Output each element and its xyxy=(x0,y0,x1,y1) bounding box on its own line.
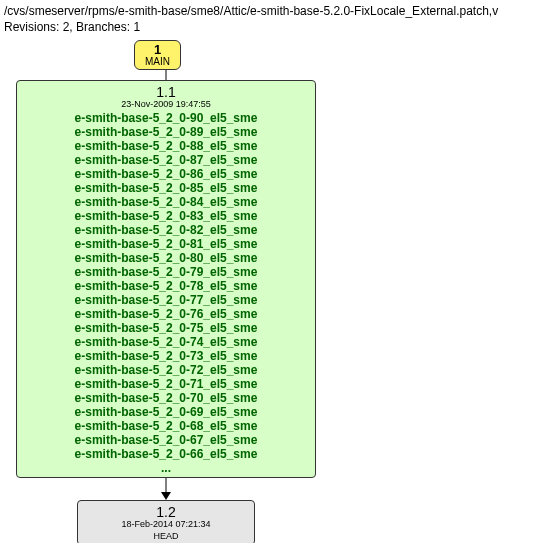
revision-tag: e-smith-base-5_2_0-87_el5_sme xyxy=(23,153,309,167)
connector-arrow xyxy=(16,478,316,500)
revision-tag: e-smith-base-5_2_0-90_el5_sme xyxy=(23,111,309,125)
svg-marker-2 xyxy=(161,492,171,500)
revision-tag: e-smith-base-5_2_0-72_el5_sme xyxy=(23,363,309,377)
revision-tag: e-smith-base-5_2_0-81_el5_sme xyxy=(23,237,309,251)
revision-tag: e-smith-base-5_2_0-75_el5_sme xyxy=(23,321,309,335)
revision-tag: e-smith-base-5_2_0-77_el5_sme xyxy=(23,293,309,307)
revision-tag: e-smith-base-5_2_0-88_el5_sme xyxy=(23,139,309,153)
revision-tag: e-smith-base-5_2_0-71_el5_sme xyxy=(23,377,309,391)
revision-tag: e-smith-base-5_2_0-80_el5_sme xyxy=(23,251,309,265)
revision-tag: e-smith-base-5_2_0-69_el5_sme xyxy=(23,405,309,419)
revision-tag: e-smith-base-5_2_0-67_el5_sme xyxy=(23,433,309,447)
revision-head-label: HEAD xyxy=(84,531,248,542)
revision-tag: e-smith-base-5_2_0-70_el5_sme xyxy=(23,391,309,405)
revision-tag: e-smith-base-5_2_0-73_el5_sme xyxy=(23,349,309,363)
revision-graph: 1 MAIN 1.1 23-Nov-2009 19:47:55 e-smith-… xyxy=(16,40,554,543)
branch-number: 1 xyxy=(145,43,170,56)
revision-tag: e-smith-base-5_2_0-68_el5_sme xyxy=(23,419,309,433)
revision-tag: e-smith-base-5_2_0-85_el5_sme xyxy=(23,181,309,195)
revision-version: 1.2 xyxy=(84,505,248,519)
revisions-line: Revisions: 2, Branches: 1 xyxy=(4,20,554,34)
revision-timestamp: 18-Feb-2014 07:21:34 xyxy=(84,519,248,530)
revision-tag: e-smith-base-5_2_0-83_el5_sme xyxy=(23,209,309,223)
branch-badge-main: 1 MAIN xyxy=(134,40,181,70)
revision-tag: e-smith-base-5_2_0-79_el5_sme xyxy=(23,265,309,279)
revision-node-1-2: 1.2 18-Feb-2014 07:21:34 HEAD xyxy=(77,500,255,543)
revision-tag: e-smith-base-5_2_0-86_el5_sme xyxy=(23,167,309,181)
revision-tag-list: e-smith-base-5_2_0-90_el5_smee-smith-bas… xyxy=(23,111,309,461)
revision-tag: e-smith-base-5_2_0-66_el5_sme xyxy=(23,447,309,461)
revision-timestamp: 23-Nov-2009 19:47:55 xyxy=(23,99,309,110)
revision-tag: e-smith-base-5_2_0-78_el5_sme xyxy=(23,279,309,293)
revision-node-1-1: 1.1 23-Nov-2009 19:47:55 e-smith-base-5_… xyxy=(16,80,316,478)
connector-line xyxy=(16,70,316,80)
revision-version: 1.1 xyxy=(23,85,309,99)
revision-tag: e-smith-base-5_2_0-82_el5_sme xyxy=(23,223,309,237)
revision-tag: e-smith-base-5_2_0-84_el5_sme xyxy=(23,195,309,209)
revision-tag: e-smith-base-5_2_0-74_el5_sme xyxy=(23,335,309,349)
revision-tag: e-smith-base-5_2_0-89_el5_sme xyxy=(23,125,309,139)
file-path: /cvs/smeserver/rpms/e-smith-base/sme8/At… xyxy=(4,4,554,18)
branch-label: MAIN xyxy=(145,56,170,67)
revision-tag: e-smith-base-5_2_0-76_el5_sme xyxy=(23,307,309,321)
revision-tag-more: ... xyxy=(23,461,309,475)
